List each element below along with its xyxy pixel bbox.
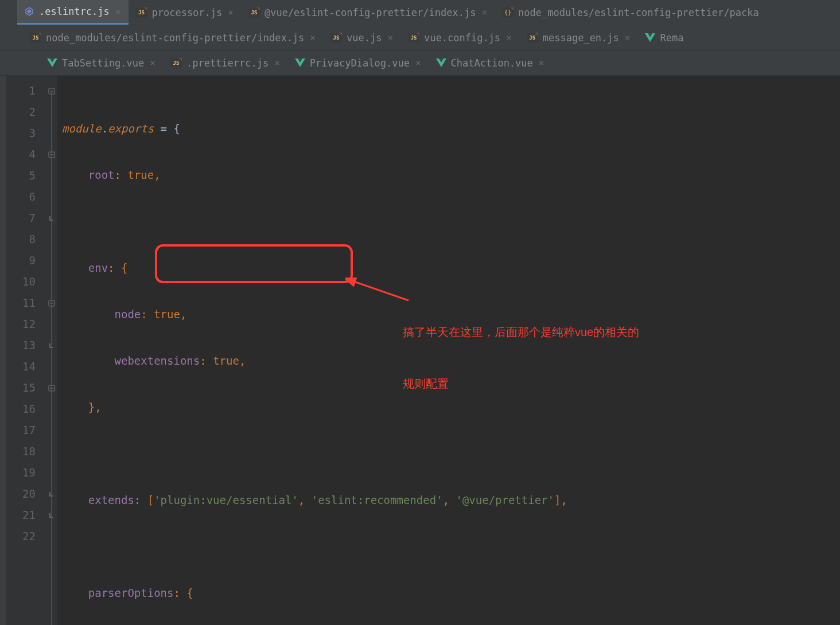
fold-minus-icon: [48, 88, 55, 95]
tab-label: @vue/eslint-config-prettier/index.js: [265, 7, 476, 18]
close-icon[interactable]: ×: [480, 7, 488, 18]
line-number: 9: [7, 250, 46, 271]
close-icon[interactable]: ×: [624, 32, 632, 43]
line-number: 16: [7, 399, 46, 420]
tab-label: message_en.js: [543, 32, 619, 44]
close-icon[interactable]: ×: [273, 57, 281, 68]
fold-marker[interactable]: [46, 208, 57, 229]
fold-marker: [46, 165, 57, 186]
close-icon[interactable]: ×: [227, 7, 235, 18]
close-icon[interactable]: ×: [114, 6, 122, 17]
line-number: 3: [7, 123, 46, 144]
tab-privacydialog-vue[interactable]: PrivacyDialog.vue×: [288, 50, 429, 75]
fold-marker[interactable]: [46, 505, 57, 526]
line-number: 5: [7, 165, 46, 186]
vue-file-icon: [295, 58, 305, 67]
fold-marker[interactable]: [46, 144, 57, 165]
line-number: 4: [7, 144, 46, 165]
close-icon[interactable]: ×: [505, 32, 513, 43]
tab-tabsetting-vue[interactable]: TabSetting.vue×: [40, 50, 164, 75]
close-icon[interactable]: ×: [309, 32, 317, 43]
code-content[interactable]: module.exports = { root: true, env: { no…: [57, 76, 840, 625]
fold-marker[interactable]: [46, 377, 57, 399]
tab-label: .eslintrc.js: [39, 6, 110, 17]
line-number: 14: [7, 356, 46, 377]
svg-marker-1: [28, 9, 32, 14]
editor-area: 12345678910111213141516171819202122 modu…: [0, 76, 840, 625]
line-number: 1: [7, 80, 46, 101]
fold-marker: [46, 314, 57, 335]
kw-module: module: [62, 122, 102, 135]
tab-vue-js[interactable]: JSvue.js×: [324, 25, 401, 50]
fold-end-icon: [48, 342, 55, 349]
fold-gutter: [46, 76, 57, 625]
line-number: 6: [7, 186, 46, 208]
tab--prettierrc-js[interactable]: JS.prettierrc.js×: [164, 50, 288, 75]
svg-line-10: [352, 281, 409, 300]
fold-marker[interactable]: [46, 483, 57, 505]
fold-marker: [46, 356, 57, 377]
js-file-icon: JS: [408, 33, 419, 43]
vue-file-icon: [645, 33, 655, 42]
line-number: 13: [7, 335, 46, 356]
tab--vue-eslint-config-prettier-index-js[interactable]: JS@vue/eslint-config-prettier/index.js×: [242, 0, 495, 25]
tab-label: PrivacyDialog.vue: [310, 57, 410, 69]
tab-label: node_modules/eslint-config-prettier/pack…: [518, 7, 759, 18]
vue-file-icon: [47, 58, 57, 67]
tab-label: TabSetting.vue: [62, 57, 144, 69]
json-file-icon: {}: [502, 7, 514, 18]
tab-label: .prettierrc.js: [186, 57, 269, 69]
fold-marker: [46, 399, 57, 420]
close-icon[interactable]: ×: [538, 57, 546, 68]
line-number-gutter: 12345678910111213141516171819202122: [7, 76, 46, 625]
tab-label: processor.js: [151, 7, 222, 18]
tab-row-3: TabSetting.vue×JS.prettierrc.js×PrivacyD…: [0, 50, 840, 76]
tab-chataction-vue[interactable]: ChatAction.vue×: [429, 50, 553, 75]
fold-minus-icon: [48, 151, 55, 158]
tab-bar: .eslintrc.js×JSprocessor.js×JS@vue/eslin…: [0, 0, 840, 76]
fold-end-icon: [48, 491, 55, 498]
tab-message-en-js[interactable]: JSmessage_en.js×: [520, 25, 639, 50]
left-margin-strip: [0, 76, 7, 625]
annotation-arrow-icon: [345, 278, 414, 306]
line-number: 8: [7, 229, 46, 250]
close-icon[interactable]: ×: [414, 57, 422, 68]
line-number: 19: [7, 462, 46, 483]
tab-label: node_modules/eslint-config-prettier/inde…: [46, 32, 304, 44]
vue-file-icon: [436, 58, 446, 67]
js-file-icon: JS: [330, 33, 342, 43]
line-number: 15: [7, 377, 46, 399]
js-file-icon: JS: [527, 33, 538, 43]
tab-vue-config-js[interactable]: JSvue.config.js×: [401, 25, 520, 50]
line-number: 7: [7, 208, 46, 229]
js-file-icon: JS: [248, 7, 260, 18]
tab-node-modules-eslint-config-prettier-packa[interactable]: {}node_modules/eslint-config-prettier/pa…: [495, 0, 766, 25]
close-icon[interactable]: ×: [386, 32, 394, 43]
fold-marker: [46, 229, 57, 250]
fold-marker: [46, 186, 57, 208]
tab-processor-js[interactable]: JSprocessor.js×: [129, 0, 241, 25]
fold-guide-line: [51, 91, 52, 625]
tab--eslintrc-js[interactable]: .eslintrc.js×: [17, 0, 129, 25]
close-icon[interactable]: ×: [149, 57, 157, 68]
kw-exports: exports: [108, 122, 154, 135]
tab-label: Rema: [660, 32, 683, 44]
fold-minus-icon: [48, 300, 55, 307]
tab-node-modules-eslint-config-prettier-index-js[interactable]: JSnode_modules/eslint-config-prettier/in…: [23, 25, 324, 50]
tab-rema[interactable]: Rema: [638, 25, 690, 50]
line-number: 21: [7, 505, 46, 526]
fold-marker[interactable]: [46, 80, 57, 101]
line-number: 10: [7, 271, 46, 292]
js-file-icon: JS: [30, 33, 41, 43]
fold-marker[interactable]: [46, 292, 57, 314]
line-number: 2: [7, 101, 46, 123]
line-number: 18: [7, 441, 46, 462]
js-file-icon: JS: [170, 58, 182, 68]
line-number: 20: [7, 483, 46, 505]
fold-marker[interactable]: [46, 335, 57, 356]
fold-end-icon: [48, 215, 55, 222]
tab-label: vue.js: [347, 32, 382, 44]
fold-marker: [46, 271, 57, 292]
tab-label: vue.config.js: [424, 32, 500, 44]
line-number: 12: [7, 314, 46, 335]
